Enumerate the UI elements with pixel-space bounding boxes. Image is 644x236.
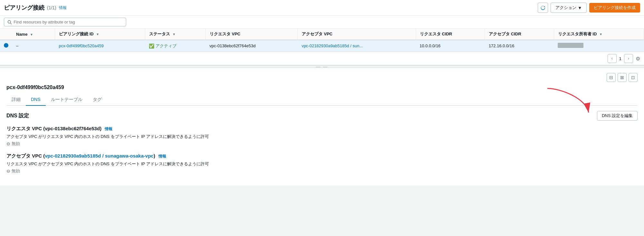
chevron-down-icon: ▼ [578, 5, 582, 10]
edit-dns-button[interactable]: DNS 設定を編集 [597, 111, 638, 121]
page-title: ピアリング接続 [4, 4, 44, 12]
view-icons: ⊟ ⊠ ⊡ [607, 73, 638, 82]
accepter-vpc-column-header[interactable]: アクセプタ VPC [298, 29, 416, 40]
row-accepter-vpc-cell[interactable]: vpc-02182930a9ab5185d / sun... [298, 40, 416, 52]
row-accepter-cidr-cell: 172.16.0.0/16 [485, 40, 554, 52]
accepter-vpc-link[interactable]: vpc-02182930a9ab5185d / sunagawa-osaka-v… [45, 153, 154, 159]
svg-line-1 [10, 23, 11, 24]
select-column-header [0, 29, 12, 40]
requester-vpc-column-header[interactable]: リクエスタ VPC [206, 29, 298, 40]
detail-header: ⊟ ⊠ ⊡ [6, 73, 638, 82]
status-text: アクティブ [156, 43, 176, 49]
detail-title: pcx-0df499f0bc520a459 [6, 85, 638, 90]
accepter-vpc-link[interactable]: vpc-02182930a9ab5185d / sun... [302, 43, 363, 48]
dns-section-header: DNS 設定 DNS 設定を編集 [6, 111, 638, 121]
radio-selected-icon [4, 43, 8, 48]
refresh-icon [540, 5, 545, 10]
view-split-vertical-button[interactable]: ⊠ [618, 73, 627, 82]
owner-sort-icon: ▼ [599, 32, 602, 36]
requester-vpc-section: リクエスタ VPC (vpc-0138ebc62f764e53d) 情報 アクセ… [6, 126, 638, 147]
requester-vpc-title: リクエスタ VPC (vpc-0138ebc62f764e53d) 情報 [6, 126, 638, 132]
search-icon [7, 20, 12, 24]
page-number: 1 [619, 56, 621, 61]
row-requester-vpc-cell: vpc-0138ebc62f764e53d [206, 40, 298, 52]
header-info-link[interactable]: 情報 [59, 5, 67, 11]
divider-handle-icon: — — [316, 64, 328, 69]
row-peering-id-cell[interactable]: pcx-0df499f0bc520a459 [55, 40, 145, 52]
row-requester-cidr-cell: 10.0.0.0/16 [416, 40, 485, 52]
requester-vpc-desc: アクセプタ VPC がリクエスタ VPC 内のホストの DNS をプライベート … [6, 134, 638, 140]
accepter-vpc-section: アクセプタ VPC (vpc-02182930a9ab5185d / sunag… [6, 153, 638, 174]
table-settings-icon[interactable]: ⚙ [636, 56, 640, 62]
resize-divider[interactable]: — — [0, 65, 644, 68]
create-peering-button[interactable]: ピアリング接続を作成 [589, 3, 640, 13]
row-owner-cell [554, 40, 644, 52]
table-row[interactable]: – pcx-0df499f0bc520a459 ✅ アクティブ vpc-0138… [0, 40, 644, 52]
next-page-button[interactable]: › [624, 54, 633, 63]
row-select-cell[interactable] [0, 40, 12, 52]
owner-blurred [558, 43, 583, 48]
prev-page-button[interactable]: ‹ [608, 54, 617, 63]
accepter-vpc-title: アクセプタ VPC (vpc-02182930a9ab5185d / sunag… [6, 153, 638, 159]
peering-table: Name ▼ ピアリング接続 ID ▼ ステータス ▼ リクエスタ VPC アク… [0, 29, 644, 52]
name-sort-icon: ▼ [30, 33, 33, 36]
view-full-button[interactable]: ⊡ [629, 73, 638, 82]
requester-status: ⊖ 無効 [6, 141, 638, 147]
search-input-wrap[interactable] [4, 18, 126, 26]
accepter-cidr-column-header[interactable]: アクセプタ CIDR [485, 29, 554, 40]
detail-tabs: 詳細 DNS ルートテーブル タグ [6, 94, 638, 106]
tab-details[interactable]: 詳細 [6, 94, 26, 106]
active-status-icon: ✅ [149, 43, 154, 49]
requester-owner-column-header[interactable]: リクエスタ所有者 ID ▼ [554, 29, 644, 40]
tab-tags[interactable]: タグ [88, 94, 107, 106]
accepter-info-link[interactable]: 情報 [158, 154, 166, 159]
tab-route-table[interactable]: ルートテーブル [46, 94, 88, 106]
pagination-bar: ‹ 1 › ⚙ [0, 52, 644, 65]
dns-section: DNS 設定 DNS 設定を編集 リクエスタ VPC (vpc-0138ebc6… [6, 111, 638, 174]
peering-id-sort-icon: ▼ [96, 32, 99, 36]
row-name-cell: – [12, 40, 55, 52]
peering-id-link[interactable]: pcx-0df499f0bc520a459 [59, 43, 104, 48]
row-status-cell: ✅ アクティブ [145, 40, 205, 52]
disabled-icon: ⊖ [6, 141, 10, 146]
search-input[interactable] [14, 20, 123, 24]
refresh-button[interactable] [538, 3, 548, 13]
status-sort-icon: ▼ [172, 32, 175, 36]
accepter-vpc-desc: リクエスタ VPC がアクセプタ VPC 内のホストの DNS をプライベート … [6, 161, 638, 167]
accepter-status: ⊖ 無効 [6, 168, 638, 174]
name-column-header[interactable]: Name ▼ [12, 29, 55, 40]
dns-section-title: DNS 設定 [6, 113, 29, 119]
detail-section: ⊟ ⊠ ⊡ pcx-0df499f0bc520a459 詳細 DNS ルートテー… [0, 68, 644, 186]
requester-info-link[interactable]: 情報 [105, 127, 112, 131]
peering-id-column-header[interactable]: ピアリング接続 ID ▼ [55, 29, 145, 40]
requester-cidr-column-header[interactable]: リクエスタ CIDR [416, 29, 485, 40]
accepter-disabled-icon: ⊖ [6, 168, 10, 174]
action-button[interactable]: アクション ▼ [551, 3, 587, 13]
view-split-horizontal-button[interactable]: ⊟ [607, 73, 616, 82]
tab-dns[interactable]: DNS [26, 94, 46, 106]
status-column-header[interactable]: ステータス ▼ [145, 29, 205, 40]
count-badge: (1/1) [47, 5, 56, 10]
